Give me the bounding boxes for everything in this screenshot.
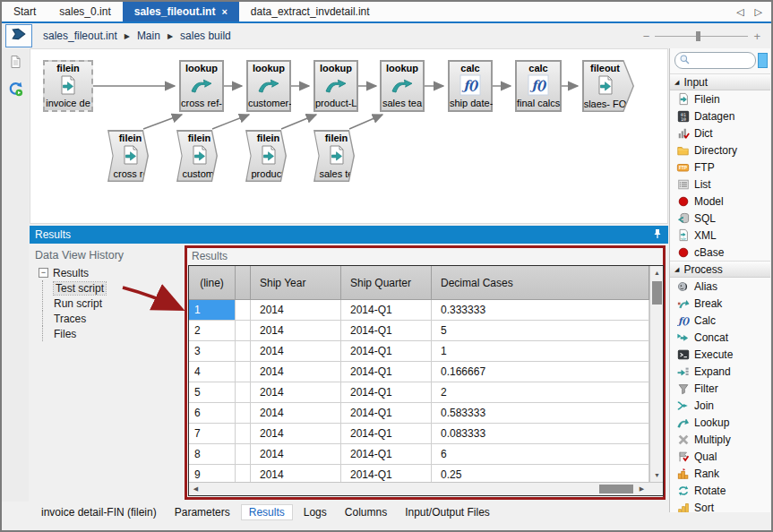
table-cell[interactable]: 1 <box>432 341 649 362</box>
table-cell[interactable]: 2014 <box>251 341 341 362</box>
run-button[interactable] <box>5 24 32 47</box>
tree-item-files[interactable]: Files <box>54 326 106 341</box>
table-cell[interactable]: 2014 <box>251 424 341 444</box>
palette-item-alias[interactable]: Alias <box>670 278 770 295</box>
table-cell[interactable] <box>236 321 251 341</box>
table-cell[interactable] <box>236 444 251 465</box>
palette-item-sort[interactable]: Sort <box>670 499 770 512</box>
bottom-tab-invoice-detail-fin-filein[interactable]: invoice detail-FIN (filein) <box>34 505 164 519</box>
table-cell[interactable]: 0.166667 <box>432 362 649 382</box>
tree-item-test-script[interactable]: Test script <box>54 280 106 296</box>
tab-sales-0-int[interactable]: sales_0.int <box>47 2 122 21</box>
palette-item-ftp[interactable]: FTPFTP <box>670 159 770 176</box>
palette-item-sql[interactable]: SQL <box>670 210 770 227</box>
bottom-tab-columns[interactable]: Columns <box>338 505 394 519</box>
tree-expander-icon[interactable]: − <box>39 268 48 278</box>
table-cell[interactable]: 2 <box>432 382 649 403</box>
palette-item-join[interactable]: Join <box>670 397 770 414</box>
table-row[interactable]: 820142014-Q16 <box>189 444 649 465</box>
scroll-down-icon[interactable]: ▼ <box>650 468 664 482</box>
table-cell[interactable]: 2014-Q1 <box>341 321 432 341</box>
rerun-history-button[interactable] <box>5 81 25 100</box>
table-cell[interactable]: 2014 <box>251 444 341 465</box>
table-row[interactable]: 120142014-Q10.333333 <box>189 300 649 321</box>
canvas-node-cross-ref[interactable]: fileincross ref- <box>107 130 149 182</box>
palette-item-list[interactable]: List <box>670 176 770 193</box>
palette-item-rotate[interactable]: Rotate <box>670 482 770 499</box>
palette-item-execute[interactable]: Execute <box>670 346 770 363</box>
tab-sales-fileout-int[interactable]: sales_fileout.int× <box>123 2 239 21</box>
table-row[interactable]: 520142014-Q12 <box>189 382 649 403</box>
tab-scroll-right-icon[interactable]: ▷ <box>755 6 762 18</box>
pin-icon[interactable] <box>652 228 663 242</box>
table-cell[interactable]: 2014-Q1 <box>341 341 432 362</box>
table-row[interactable]: 420142014-Q10.166667 <box>189 362 649 382</box>
canvas-node-product-l[interactable]: lookupproduct-L <box>313 60 358 112</box>
palette-item-datagen[interactable]: 0110Datagen <box>670 107 770 124</box>
palette-item-concat[interactable]: Concat <box>670 329 770 346</box>
palette-item-xml[interactable]: </>XML <box>670 227 770 244</box>
canvas-node-cross-ref[interactable]: lookupcross ref- <box>179 60 224 112</box>
tab-start[interactable]: Start <box>2 2 47 21</box>
line-number-cell[interactable]: 5 <box>189 382 236 403</box>
dataflow-canvas[interactable]: fileininvoice delookupcross ref-lookupcu… <box>30 48 668 224</box>
bottom-tab-logs[interactable]: Logs <box>296 505 334 519</box>
canvas-node-product-fi[interactable]: fileinproduct-FI <box>245 130 287 182</box>
table-cell[interactable]: 2014-Q1 <box>341 300 432 321</box>
column-header-item[interactable] <box>236 266 251 300</box>
palette-item-rank[interactable]: Rank <box>670 465 770 482</box>
line-number-cell[interactable]: 7 <box>189 424 236 444</box>
canvas-node-sales-tea[interactable]: lookupsales tea <box>380 60 425 112</box>
column-header-ship-quarter[interactable]: Ship Quarter <box>341 266 432 300</box>
search-filter-button[interactable] <box>758 53 768 68</box>
bottom-tab-input-output-files[interactable]: Input/Output Files <box>398 505 497 519</box>
tab-data-extract-invdetail-int[interactable]: data_extract_invdetail.int <box>239 2 382 21</box>
breadcrumb-segment[interactable]: sales build <box>180 30 231 42</box>
vertical-scroll-thumb[interactable] <box>652 281 662 305</box>
tree-item-run-script[interactable]: Run script <box>54 296 106 311</box>
bottom-tab-results[interactable]: Results <box>241 504 293 520</box>
table-cell[interactable]: 2014 <box>251 300 341 321</box>
table-cell[interactable]: 2014 <box>251 321 341 341</box>
table-cell[interactable]: 0.083333 <box>432 424 649 444</box>
table-cell[interactable]: 2014 <box>251 362 341 382</box>
zoom-slider-thumb[interactable] <box>696 31 700 41</box>
palette-item-dict[interactable]: Dict <box>670 124 770 142</box>
close-tab-icon[interactable]: × <box>221 7 227 17</box>
palette-item-expand[interactable]: Expand <box>670 363 770 380</box>
line-number-cell[interactable]: 3 <box>189 341 236 362</box>
canvas-node-sales-tea[interactable]: fileinsales tea <box>313 130 355 182</box>
horizontal-scrollbar[interactable]: ◀ ▶ <box>189 482 663 495</box>
palette-item-cbase[interactable]: cBase <box>670 244 770 261</box>
scroll-up-icon[interactable]: ▲ <box>650 266 664 279</box>
scroll-left-icon[interactable]: ◀ <box>189 483 202 495</box>
search-input[interactable] <box>693 55 751 67</box>
palette-item-multiply[interactable]: Multiply <box>670 431 770 448</box>
scroll-right-icon[interactable]: ▶ <box>635 483 648 495</box>
column-header-decimal-cases[interactable]: Decimal Cases <box>432 266 649 300</box>
line-number-cell[interactable]: 4 <box>189 362 236 382</box>
palette-item-filter[interactable]: Filter <box>670 380 770 397</box>
horizontal-scroll-thumb[interactable] <box>599 485 633 493</box>
table-cell[interactable] <box>236 300 251 321</box>
canvas-node-final-calcs[interactable]: calcƒ()final calcs <box>515 60 562 112</box>
table-cell[interactable]: 6 <box>432 444 649 465</box>
table-cell[interactable]: 2014-Q1 <box>341 403 432 424</box>
palette-item-filein[interactable]: Filein <box>670 90 770 107</box>
table-cell[interactable] <box>236 341 251 362</box>
zoom-in-button[interactable]: + <box>753 30 760 43</box>
table-cell[interactable]: 5 <box>432 321 649 341</box>
tree-item-traces[interactable]: Traces <box>54 311 106 326</box>
table-cell[interactable]: 0.583333 <box>432 403 649 424</box>
table-cell[interactable]: 0.333333 <box>432 300 649 321</box>
table-cell[interactable]: 2014 <box>251 382 341 403</box>
canvas-node-customer[interactable]: lookupcustomer- <box>246 60 291 112</box>
palette-section-header-input[interactable]: ◢Input <box>670 73 770 90</box>
table-cell[interactable]: 2014 <box>251 403 341 424</box>
palette-section-header-process[interactable]: ◢Process <box>670 261 770 278</box>
tree-item-results[interactable]: −Results <box>39 265 106 280</box>
table-row[interactable]: 720142014-Q10.083333 <box>189 424 649 444</box>
canvas-node-invoice-de[interactable]: fileininvoice de <box>43 60 93 112</box>
table-cell[interactable] <box>236 362 251 382</box>
table-cell[interactable]: 2014-Q1 <box>341 362 432 382</box>
